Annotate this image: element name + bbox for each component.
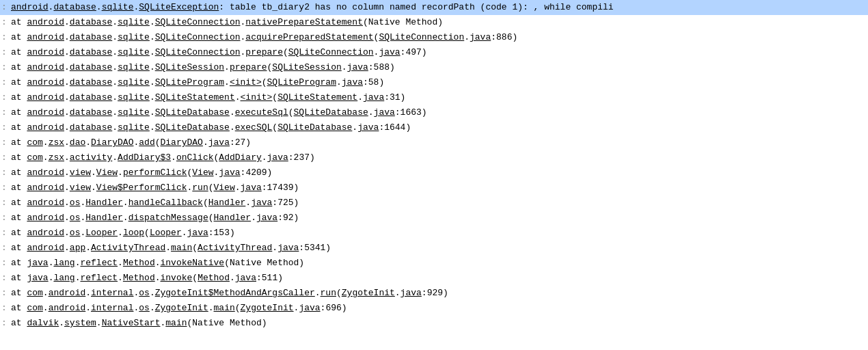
line-text: at android.os.Handler.dispatchMessage(Ha… [11, 211, 299, 226]
stack-line-17: : at java.lang.reflect.Method.invokeNati… [0, 256, 868, 271]
line-text: at com.android.internal.os.ZygoteInit.ma… [11, 301, 347, 316]
line-gutter: : [1, 0, 8, 15]
stack-line-3: : at android.database.sqlite.SQLiteConne… [0, 45, 868, 60]
line-text: at android.view.View$PerformClick.run(Vi… [11, 180, 299, 196]
line-gutter: : [1, 196, 8, 211]
line-text: at android.database.sqlite.SQLiteDatabas… [11, 105, 427, 120]
line-text: at android.os.Handler.handleCallback(Han… [11, 196, 299, 211]
line-text: at android.database.sqlite.SQLiteConnect… [11, 15, 443, 30]
stack-line-18: : at java.lang.reflect.Method.invoke(Met… [0, 271, 868, 286]
stack-line-1: : at android.database.sqlite.SQLiteConne… [0, 15, 868, 30]
line-gutter: : [1, 75, 8, 90]
stack-line-16: : at android.app.ActivityThread.main(Act… [0, 241, 868, 256]
line-gutter: : [1, 90, 8, 105]
line-gutter: : [1, 60, 8, 75]
line-gutter: : [1, 316, 8, 331]
line-text: at java.lang.reflect.Method.invokeNative… [11, 256, 304, 271]
line-gutter: : [1, 271, 8, 286]
line-gutter: : [1, 120, 8, 135]
stack-line-12: : at android.view.View$PerformClick.run(… [0, 180, 868, 196]
line-text: at com.zsx.dao.DiaryDAO.add(DiaryDAO.jav… [11, 135, 251, 150]
stack-line-21: : at dalvik.system.NativeStart.main(Nati… [0, 316, 868, 331]
stack-line-15: : at android.os.Looper.loop(Looper.java:… [0, 226, 868, 241]
line-text: at android.database.sqlite.SQLiteDatabas… [11, 120, 411, 135]
line-gutter: : [1, 150, 8, 165]
line-gutter: : [1, 256, 8, 271]
line-text: at android.os.Looper.loop(Looper.java:15… [11, 226, 235, 241]
line-gutter: : [1, 286, 8, 301]
line-gutter: : [1, 180, 8, 196]
line-gutter: : [1, 165, 8, 180]
line-text: at android.database.sqlite.SQLiteSession… [11, 60, 395, 75]
line-text: at android.view.View.performClick(View.j… [11, 165, 272, 180]
stack-line-2: : at android.database.sqlite.SQLiteConne… [0, 30, 868, 45]
line-text: at dalvik.system.NativeStart.main(Native… [11, 316, 267, 331]
line-text: android.database.sqlite.SQLiteException:… [11, 0, 614, 15]
stack-line-13: : at android.os.Handler.handleCallback(H… [0, 196, 868, 211]
line-text: at com.zsx.activity.AddDiary$3.onClick(A… [11, 150, 315, 165]
stack-line-19: : at com.android.internal.os.ZygoteInit$… [0, 286, 868, 301]
stack-line-8: : at android.database.sqlite.SQLiteDatab… [0, 120, 868, 135]
line-gutter: : [1, 30, 8, 45]
stack-line-7: : at android.database.sqlite.SQLiteDatab… [0, 105, 868, 120]
line-gutter: : [1, 135, 8, 150]
stack-line-20: : at com.android.internal.os.ZygoteInit.… [0, 301, 868, 316]
line-gutter: : [1, 241, 8, 256]
stack-line-10: : at com.zsx.activity.AddDiary$3.onClick… [0, 150, 868, 165]
stack-line-14: : at android.os.Handler.dispatchMessage(… [0, 211, 868, 226]
line-text: at android.database.sqlite.SQLiteConnect… [11, 30, 517, 45]
line-gutter: : [1, 15, 8, 30]
line-text: at android.database.sqlite.SQLiteProgram… [11, 75, 384, 90]
line-text: at com.android.internal.os.ZygoteInit$Me… [11, 286, 448, 301]
stack-line-6: : at android.database.sqlite.SQLiteState… [0, 90, 868, 105]
line-gutter: : [1, 301, 8, 316]
stack-line-5: : at android.database.sqlite.SQLiteProgr… [0, 75, 868, 90]
stack-line-11: : at android.view.View.performClick(View… [0, 165, 868, 180]
line-gutter: : [1, 226, 8, 241]
line-text: at android.app.ActivityThread.main(Activ… [11, 241, 331, 256]
stacktrace-container: :android.database.sqlite.SQLiteException… [0, 0, 868, 350]
stack-line-4: : at android.database.sqlite.SQLiteSessi… [0, 60, 868, 75]
line-gutter: : [1, 211, 8, 226]
line-text: at android.database.sqlite.SQLiteConnect… [11, 45, 427, 60]
stack-line-0: :android.database.sqlite.SQLiteException… [0, 0, 868, 15]
line-gutter: : [1, 105, 8, 120]
line-text: at android.database.sqlite.SQLiteStateme… [11, 90, 405, 105]
line-gutter: : [1, 45, 8, 60]
line-text: at java.lang.reflect.Method.invoke(Metho… [11, 271, 283, 286]
stack-line-9: : at com.zsx.dao.DiaryDAO.add(DiaryDAO.j… [0, 135, 868, 150]
